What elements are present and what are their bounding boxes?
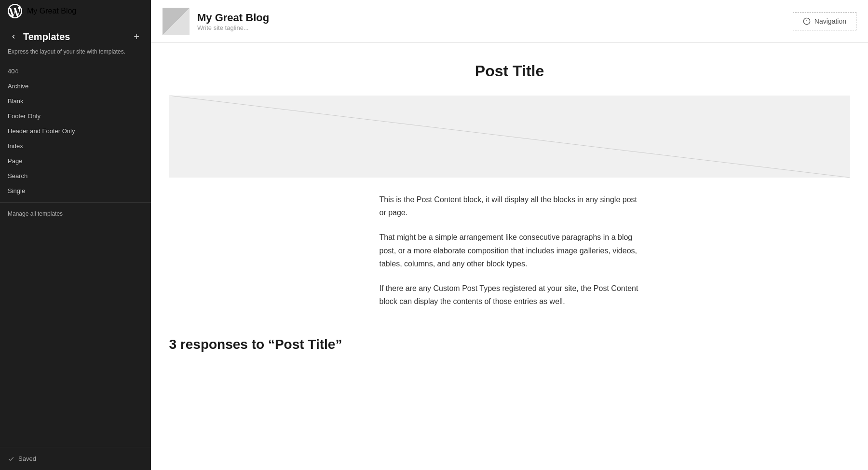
sidebar-item-index[interactable]: Index <box>0 138 151 153</box>
top-bar: My Great Blog <box>0 0 151 22</box>
site-title: My Great Blog <box>197 12 269 24</box>
sidebar-item-404[interactable]: 404 <box>0 64 151 79</box>
sidebar-item-header-footer-only[interactable]: Header and Footer Only <box>0 124 151 138</box>
navigation-label: Navigation <box>814 17 846 25</box>
sidebar-nav: 404 Archive Blank Footer Only Header and… <box>0 64 151 447</box>
site-logo <box>163 8 190 35</box>
site-info: My Great Blog Write site tagline... <box>197 12 269 31</box>
sidebar: Templates + Express the layout of your s… <box>0 0 151 470</box>
navigation-button[interactable]: Navigation <box>793 12 856 30</box>
comments-section: 3 responses to “Post Title” <box>169 337 850 352</box>
sidebar-item-archive[interactable]: Archive <box>0 79 151 94</box>
add-template-button[interactable]: + <box>130 30 143 43</box>
preview-body: Post Title This is the Post Content bloc… <box>158 43 862 379</box>
featured-image <box>169 96 850 178</box>
manage-all-templates-link[interactable]: Manage all templates <box>0 207 151 221</box>
sidebar-header-left: Templates <box>8 31 70 42</box>
wordpress-logo <box>8 4 22 18</box>
site-name-topbar: My Great Blog <box>27 7 76 15</box>
back-icon <box>10 33 17 41</box>
site-branding: My Great Blog Write site tagline... <box>163 8 269 35</box>
post-content: This is the Post Content block, it will … <box>380 193 640 308</box>
plus-icon: + <box>134 31 139 42</box>
back-button[interactable] <box>8 31 19 42</box>
sidebar-item-footer-only[interactable]: Footer Only <box>0 109 151 124</box>
sidebar-item-page[interactable]: Page <box>0 153 151 168</box>
sidebar-description: Express the layout of your site with tem… <box>0 47 151 64</box>
sidebar-footer: Saved <box>0 447 151 470</box>
saved-check-icon <box>8 456 14 462</box>
sidebar-item-single[interactable]: Single <box>0 183 151 198</box>
post-paragraph-2: That might be a simple arrangement like … <box>380 231 640 270</box>
sidebar-item-search[interactable]: Search <box>0 168 151 183</box>
sidebar-header: Templates + <box>0 22 151 47</box>
preview-header: My Great Blog Write site tagline... Navi… <box>151 0 868 43</box>
comments-title: 3 responses to “Post Title” <box>169 337 850 352</box>
sidebar-divider <box>0 202 151 203</box>
main-content: My Great Blog Write site tagline... Navi… <box>151 0 868 470</box>
saved-label: Saved <box>18 455 36 462</box>
post-paragraph-1: This is the Post Content block, it will … <box>380 193 640 219</box>
post-paragraph-3: If there are any Custom Post Types regis… <box>380 282 640 308</box>
navigation-icon <box>803 17 811 25</box>
post-title: Post Title <box>169 62 850 80</box>
sidebar-item-blank[interactable]: Blank <box>0 94 151 109</box>
sidebar-title: Templates <box>23 31 70 42</box>
site-tagline: Write site tagline... <box>197 24 269 31</box>
